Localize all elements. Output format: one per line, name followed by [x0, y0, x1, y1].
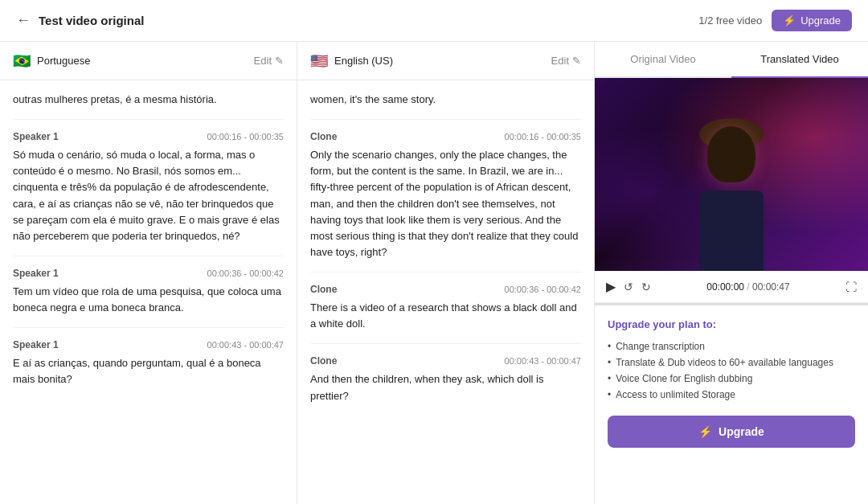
- upgrade-button[interactable]: ⚡ Upgrade: [772, 10, 852, 31]
- upgrade-feature-1: Change transcription: [616, 341, 705, 352]
- video-thumbnail: [595, 78, 868, 271]
- segment-meta: Speaker 1 00:00:16 - 00:00:35: [13, 131, 284, 142]
- speaker-label: Clone: [310, 355, 337, 367]
- rewind-button[interactable]: ↺: [624, 281, 633, 293]
- list-item: Access to unlimited Storage: [608, 387, 855, 403]
- play-button[interactable]: ▶: [606, 279, 616, 294]
- upgrade-panel: Upgrade your plan to: Change transcripti…: [595, 305, 868, 461]
- time-range: 00:00:43 - 00:00:47: [505, 356, 581, 366]
- video-container: [595, 78, 868, 271]
- video-tabs: Original Video Translated Video: [595, 42, 868, 78]
- tab-translated-video[interactable]: Translated Video: [731, 42, 868, 78]
- segment-text: Tem um vídeo que rola de uma pesquisa, q…: [13, 284, 284, 316]
- time-current: 00:00:00: [706, 281, 744, 293]
- speaker-label: Clone: [310, 284, 337, 295]
- segment-meta: Speaker 1 00:00:43 - 00:00:47: [13, 339, 284, 350]
- main-layout: 🇧🇷 Portuguese Edit ✎ outras mulheres pre…: [0, 42, 868, 504]
- portuguese-panel: 🇧🇷 Portuguese Edit ✎ outras mulheres pre…: [0, 42, 297, 504]
- portuguese-panel-header: 🇧🇷 Portuguese Edit ✎: [0, 42, 297, 80]
- upgrade-feature-4: Access to unlimited Storage: [616, 389, 735, 400]
- player-controls: ▶ ↺ ↻ 00:00:00 / 00:00:47 ⛶: [595, 271, 868, 303]
- time-range: 00:00:16 - 00:00:35: [207, 132, 284, 141]
- english-edit-button[interactable]: Edit ✎: [551, 55, 581, 67]
- english-edit-label: Edit: [551, 55, 569, 67]
- segment-text: women, it's the same story.: [310, 92, 581, 108]
- page-title: Test video original: [39, 14, 144, 27]
- segment-meta: Clone 00:00:43 - 00:00:47: [310, 355, 581, 367]
- list-item: Speaker 1 00:00:16 - 00:00:35 Só muda o …: [13, 120, 284, 256]
- list-item: Speaker 1 00:00:36 - 00:00:42 Tem um víd…: [13, 256, 284, 328]
- forward-button[interactable]: ↻: [641, 281, 651, 293]
- english-panel-header: 🇺🇸 English (US) Edit ✎: [297, 42, 594, 80]
- video-scene: [595, 78, 868, 271]
- upgrade-btn-label: Upgrade: [800, 14, 841, 27]
- time-range: 00:00:36 - 00:00:42: [207, 268, 284, 278]
- upgrade-feature-2: Translate & Dub videos to 60+ available …: [616, 357, 833, 368]
- time-total: 00:00:47: [752, 281, 790, 293]
- list-item: Speaker 1 00:00:43 - 00:00:47 E aí as cr…: [13, 328, 284, 399]
- english-lang-info: 🇺🇸 English (US): [310, 52, 393, 70]
- fullscreen-icon: ⛶: [845, 281, 857, 293]
- segment-text: And then the children, when they ask, wh…: [310, 371, 581, 404]
- upgrade-panel-title: Upgrade your plan to:: [608, 318, 855, 330]
- upgrade-cta-label: Upgrade: [719, 425, 764, 438]
- list-item: Translate & Dub videos to 60+ available …: [608, 354, 855, 371]
- header-right: 1/2 free video ⚡ Upgrade: [698, 10, 852, 31]
- list-item: outras mulheres pretas, é a mesma histór…: [13, 80, 284, 120]
- silhouette: [667, 110, 796, 271]
- portuguese-edit-button[interactable]: Edit ✎: [254, 55, 284, 67]
- ctrl-left: ▶ ↺ ↻: [606, 279, 651, 294]
- list-item: women, it's the same story.: [310, 80, 581, 120]
- segment-meta: Speaker 1 00:00:36 - 00:00:42: [13, 268, 284, 279]
- list-item: Clone 00:00:36 - 00:00:42 There is a vid…: [310, 272, 581, 344]
- list-item: Change transcription: [608, 338, 855, 354]
- video-figure: [667, 110, 796, 271]
- header-left: ← Test video original: [16, 12, 144, 29]
- portuguese-lang-info: 🇧🇷 Portuguese: [13, 52, 91, 70]
- portuguese-lang-label: Portuguese: [37, 55, 91, 67]
- speaker-label: Speaker 1: [13, 339, 59, 350]
- portuguese-flag: 🇧🇷: [13, 52, 31, 70]
- upgrade-features-list: Change transcription Translate & Dub vid…: [608, 338, 855, 403]
- english-lang-label: English (US): [334, 55, 393, 67]
- speaker-label: Speaker 1: [13, 131, 59, 142]
- header: ← Test video original 1/2 free video ⚡ U…: [0, 0, 868, 42]
- video-panel: Original Video Translated Video: [595, 42, 868, 504]
- silhouette-head: [707, 126, 755, 182]
- segment-text: Only the scenario changes, only the plac…: [310, 147, 581, 260]
- list-item: Voice Clone for English dubbing: [608, 371, 855, 387]
- segment-text: E aí as crianças, quando perguntam, qual…: [13, 355, 284, 387]
- back-button[interactable]: ←: [16, 12, 31, 29]
- speaker-label: Speaker 1: [13, 268, 59, 279]
- upgrade-feature-3: Voice Clone for English dubbing: [616, 373, 752, 384]
- list-item: Clone 00:00:43 - 00:00:47 And then the c…: [310, 344, 581, 415]
- transcript-panels: 🇧🇷 Portuguese Edit ✎ outras mulheres pre…: [0, 42, 595, 504]
- time-display: 00:00:00 / 00:00:47: [706, 281, 789, 293]
- edit-icon-en: ✎: [572, 55, 581, 67]
- time-range: 00:00:36 - 00:00:42: [505, 285, 581, 294]
- fullscreen-button[interactable]: ⛶: [845, 281, 857, 293]
- time-separator: /: [747, 281, 752, 293]
- segment-meta: Clone 00:00:36 - 00:00:42: [310, 284, 581, 295]
- portuguese-edit-label: Edit: [254, 55, 272, 67]
- segment-text: Só muda o cenário, só muda o local, a fo…: [13, 147, 284, 244]
- bolt-icon: ⚡: [783, 14, 796, 27]
- english-flag: 🇺🇸: [310, 52, 328, 70]
- english-panel: 🇺🇸 English (US) Edit ✎ women, it's the s…: [297, 42, 595, 504]
- edit-icon-pt: ✎: [275, 55, 284, 67]
- time-range: 00:00:43 - 00:00:47: [207, 340, 284, 350]
- english-transcript-body: women, it's the same story. Clone 00:00:…: [297, 80, 594, 504]
- progress-bar[interactable]: [595, 303, 868, 305]
- segment-text: There is a video of a research that show…: [310, 300, 581, 332]
- free-video-label: 1/2 free video: [698, 14, 762, 27]
- segment-meta: Clone 00:00:16 - 00:00:35: [310, 131, 581, 142]
- tab-original-video[interactable]: Original Video: [595, 42, 731, 78]
- portuguese-transcript-body: outras mulheres pretas, é a mesma histór…: [0, 80, 297, 504]
- time-range: 00:00:16 - 00:00:35: [505, 132, 581, 141]
- silhouette-body: [699, 191, 764, 271]
- upgrade-cta-button[interactable]: ⚡ Upgrade: [608, 416, 855, 448]
- list-item: Clone 00:00:16 - 00:00:35 Only the scena…: [310, 120, 581, 272]
- speaker-label: Clone: [310, 131, 337, 142]
- upgrade-bolt-icon: ⚡: [698, 425, 712, 438]
- segment-text: outras mulheres pretas, é a mesma histór…: [13, 92, 284, 108]
